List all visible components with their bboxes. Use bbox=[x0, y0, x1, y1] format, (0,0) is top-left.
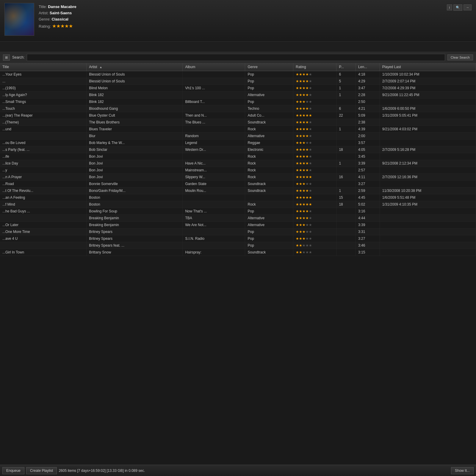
col-header-title[interactable]: Title bbox=[0, 63, 87, 71]
col-header-len[interactable]: Len... bbox=[356, 63, 380, 71]
search-input[interactable] bbox=[27, 54, 445, 61]
table-row[interactable]: ...f Mind Boston Rock ★★★★★ 18 5:02 1/31… bbox=[0, 201, 476, 208]
cell-length: 3:15 bbox=[356, 249, 380, 256]
cell-played-last: 7/2/2008 4:29:39 PM bbox=[380, 85, 476, 92]
cell-title: ...Touch bbox=[0, 105, 87, 112]
cell-length: 3:27 bbox=[356, 235, 380, 242]
cell-genre: Alternative bbox=[245, 222, 293, 228]
table-row[interactable]: ...lice Day Bon Jovi Have A Nic... Rock … bbox=[0, 160, 476, 167]
cell-length: 3:39 bbox=[356, 222, 380, 228]
cell-album bbox=[183, 105, 245, 112]
table-row[interactable]: ...ave 4 U Britney Spears S.I.N. Radio P… bbox=[0, 235, 476, 242]
cell-artist: Blink 182 bbox=[87, 98, 183, 105]
cell-rating: ★★★★★ bbox=[293, 187, 336, 194]
cell-length: 4:44 bbox=[356, 215, 380, 222]
table-row[interactable]: ...ou Be Loved Bob Marley & The W... Leg… bbox=[0, 140, 476, 146]
col-header-artist[interactable]: Artist ▲ bbox=[87, 63, 183, 71]
title-label: Title: bbox=[39, 4, 47, 9]
col-header-played[interactable]: Played Last bbox=[380, 63, 476, 71]
cell-rating: ★★★★★ bbox=[293, 105, 336, 112]
table-row[interactable]: ...Girl In Town Brittany Snow Hairspray:… bbox=[0, 249, 476, 256]
clear-search-button[interactable]: Clear Search bbox=[447, 54, 473, 60]
cell-plays: 5 bbox=[336, 78, 356, 85]
cell-album: TBA bbox=[183, 215, 245, 222]
cell-rating: ★★★★★ bbox=[293, 126, 336, 133]
cell-title: ... bbox=[0, 78, 87, 85]
cell-title: ...Girl In Town bbox=[0, 249, 87, 256]
table-row[interactable]: ...Your Eyes Blessid Union of Souls Pop … bbox=[0, 71, 476, 78]
col-header-genre[interactable]: Genre bbox=[245, 63, 293, 71]
search-button[interactable]: 🔍 bbox=[453, 4, 462, 11]
cell-artist: Britney Spears feat. ... bbox=[87, 242, 183, 249]
table-row[interactable]: ...he Bad Guys ... Bowling For Soup Now … bbox=[0, 208, 476, 215]
col-header-album[interactable]: Album bbox=[183, 63, 245, 71]
cell-genre: Adult Co... bbox=[245, 112, 293, 119]
cell-artist: Bowling For Soup bbox=[87, 208, 183, 215]
cell-plays: 1 bbox=[336, 85, 356, 92]
table-row[interactable]: ...Or Later Breaking Benjamin We Are Not… bbox=[0, 222, 476, 228]
cell-artist: Bon Jovi bbox=[87, 174, 183, 181]
grid-view-button[interactable]: ⊞ bbox=[3, 54, 10, 61]
cell-artist: Bob Sinclar bbox=[87, 146, 183, 153]
table-row[interactable]: ...Road Bonnie Somerville Garden State S… bbox=[0, 181, 476, 187]
table-row[interactable]: ...n A Prayer Bon Jovi Slippery W... Roc… bbox=[0, 174, 476, 181]
cell-album: Billboard T... bbox=[183, 98, 245, 105]
cell-artist: Blind Melon bbox=[87, 85, 183, 92]
cell-rating: ★★★★★ bbox=[293, 153, 336, 160]
table-row[interactable]: ...und Blues Traveler Rock ★★★★★ 1 4:39 … bbox=[0, 126, 476, 133]
table-row[interactable]: ...s Party (feat. ... Bob Sinclar Wester… bbox=[0, 146, 476, 153]
table-row[interactable]: ...t Of The Revolu... Bono/Gavin Friday/… bbox=[0, 187, 476, 194]
cell-plays bbox=[336, 119, 356, 126]
col-header-p[interactable]: P... bbox=[336, 63, 356, 71]
cell-length: 4:45 bbox=[356, 194, 380, 201]
music-table-container[interactable]: Title Artist ▲ Album Genre Rating P... L… bbox=[0, 63, 476, 453]
table-row[interactable]: Breaking Benjamin TBA Alternative ★★★★★ … bbox=[0, 215, 476, 222]
table-row[interactable]: ... Blessid Union of Souls Pop ★★★★★ 5 4… bbox=[0, 78, 476, 85]
table-row[interactable]: ...ife Bon Jovi Rock ★★★★★ 3:45 bbox=[0, 153, 476, 160]
cell-genre: Pop bbox=[245, 235, 293, 242]
create-playlist-button[interactable]: Create Playlist bbox=[26, 467, 57, 474]
cell-rating: ★★★★★ bbox=[293, 194, 336, 201]
cell-album: We Are Not... bbox=[183, 222, 245, 228]
table-row[interactable]: ...an A Feeling Boston ★★★★★ 15 4:45 1/6… bbox=[0, 194, 476, 201]
cell-plays: 1 bbox=[336, 187, 356, 194]
cell-plays bbox=[336, 222, 356, 228]
cell-genre: Pop bbox=[245, 242, 293, 249]
cell-played-last: 9/21/2008 2:12:34 PM bbox=[380, 160, 476, 167]
cell-played-last bbox=[380, 215, 476, 222]
cell-artist: Blues Traveler bbox=[87, 126, 183, 133]
enqueue-button[interactable]: Enqueue bbox=[2, 467, 24, 474]
genre-value: Classical bbox=[51, 17, 68, 21]
table-row[interactable]: Britney Spears feat. ... Pop ★★★★★ 3:46 bbox=[0, 242, 476, 249]
cell-rating: ★★★★★ bbox=[293, 235, 336, 242]
info-button[interactable]: i bbox=[447, 4, 452, 10]
table-row[interactable]: ...(Theme) The Blues Brothers The Blues … bbox=[0, 119, 476, 126]
cell-rating: ★★★★★ bbox=[293, 98, 336, 105]
table-row[interactable]: ...Small Things Blink 182 Billboard T...… bbox=[0, 98, 476, 105]
col-header-rating[interactable]: Rating bbox=[293, 63, 336, 71]
cell-artist: Breaking Benjamin bbox=[87, 215, 183, 222]
table-row[interactable]: ...(1993) Blind Melon Vh1's 100 ... Pop … bbox=[0, 85, 476, 92]
table-row[interactable]: ...(ear) The Reaper Blue Oyster Cult The… bbox=[0, 112, 476, 119]
cell-plays bbox=[336, 215, 356, 222]
cell-plays: 18 bbox=[336, 201, 356, 208]
cell-artist: Blue Oyster Cult bbox=[87, 112, 183, 119]
table-row[interactable]: ...One More Time Britney Spears Pop ★★★★… bbox=[0, 228, 476, 235]
cell-artist: Bon Jovi bbox=[87, 167, 183, 174]
cell-plays: 6 bbox=[336, 105, 356, 112]
navigate-button[interactable]: → bbox=[464, 4, 472, 10]
table-row[interactable]: Blur Random Alternative ★★★★★ 2:00 bbox=[0, 133, 476, 140]
search-bar: ⊞ Search: Clear Search bbox=[0, 52, 476, 63]
table-row[interactable]: ...ly Age Again? Blink 182 Alternative ★… bbox=[0, 92, 476, 98]
cell-genre: Rock bbox=[245, 201, 293, 208]
cell-album bbox=[183, 194, 245, 201]
cell-genre: Rock bbox=[245, 160, 293, 167]
cell-rating: ★★★★★ bbox=[293, 92, 336, 98]
cell-artist: Bob Marley & The W... bbox=[87, 140, 183, 146]
cell-album bbox=[183, 78, 245, 85]
table-row[interactable]: ...Touch Bloodhound Gang Techno ★★★★★ 6 … bbox=[0, 105, 476, 112]
cell-genre: Pop bbox=[245, 228, 293, 235]
cell-length: 4:05 bbox=[356, 146, 380, 153]
show-items-button[interactable]: Show It... bbox=[451, 467, 474, 474]
table-row[interactable]: ...y Bon Jovi Mainstream... Rock ★★★★★ 2… bbox=[0, 167, 476, 174]
